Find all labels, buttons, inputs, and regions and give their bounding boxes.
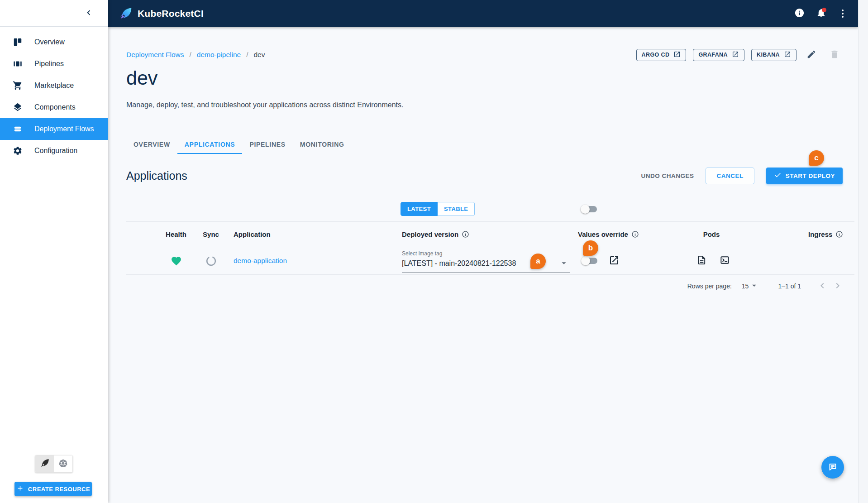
sidebar-item-label: Pipelines: [34, 60, 64, 68]
start-deploy-label: START DEPLOY: [786, 172, 835, 179]
deployment-flows-icon: [12, 124, 23, 134]
feather-icon: [40, 459, 49, 469]
main-content: Deployment Flows / demo-pipeline / dev A…: [108, 27, 858, 503]
chat-assistant-button[interactable]: [821, 456, 844, 479]
tab-applications[interactable]: APPLICATIONS: [177, 135, 243, 154]
sidebar-item-label: Deployment Flows: [34, 125, 94, 133]
breadcrumb-demo-pipeline[interactable]: demo-pipeline: [197, 51, 241, 59]
pod-logs-button[interactable]: [693, 253, 710, 269]
create-resource-button[interactable]: CREATE RESOURCE: [14, 482, 92, 496]
view-toggle-group: [35, 455, 73, 473]
stable-filter-button[interactable]: STABLE: [438, 202, 475, 216]
open-in-new-icon: [732, 51, 739, 59]
kubernetes-icon: [58, 459, 68, 469]
tabs: OVERVIEW APPLICATIONS PIPELINES MONITORI…: [126, 135, 352, 154]
image-tag-select-label: Select image tag: [402, 250, 570, 256]
app-root: KubeRocketCI: [0, 0, 868, 503]
open-values-override-button[interactable]: [606, 253, 622, 269]
undo-changes-button[interactable]: UNDO CHANGES: [641, 172, 694, 179]
start-deploy-button[interactable]: START DEPLOY: [766, 168, 843, 184]
rows-per-page-select[interactable]: 15: [742, 281, 759, 292]
sidebar-item-pipelines[interactable]: Pipelines: [0, 53, 108, 75]
argocd-button[interactable]: ARGO CD: [636, 49, 687, 61]
switch-thumb: [581, 205, 590, 214]
pagination-range: 1–1 of 1: [778, 283, 801, 290]
document-icon: [696, 255, 707, 267]
brand-title: KubeRocketCI: [138, 8, 204, 19]
kibana-button[interactable]: KIBANA: [751, 49, 796, 61]
kebab-menu-button[interactable]: [834, 5, 852, 23]
tab-monitoring[interactable]: MONITORING: [293, 135, 352, 154]
deploy-actions: UNDO CHANGES CANCEL START DEPLOY: [641, 168, 843, 184]
open-in-new-icon: [609, 255, 620, 267]
sidebar-item-overview[interactable]: Overview: [0, 31, 108, 53]
sidebar-nav: Overview Pipelines Marketplace Component…: [0, 27, 108, 162]
next-page-button[interactable]: [830, 278, 845, 294]
chevron-right-icon: [832, 280, 843, 292]
notification-badge: [822, 8, 826, 12]
pencil-icon: [806, 49, 816, 61]
health-status-icon: [171, 247, 182, 274]
sidebar-item-label: Overview: [34, 38, 65, 46]
sidebar-item-components[interactable]: Components: [0, 96, 108, 118]
marketplace-icon: [12, 80, 23, 91]
cancel-button[interactable]: CANCEL: [706, 168, 754, 184]
kibana-label: KIBANA: [757, 52, 780, 58]
grafana-button[interactable]: GRAFANA: [693, 49, 744, 61]
collapse-sidebar-button[interactable]: [81, 5, 96, 21]
quick-links: ARGO CD GRAFANA KIBANA: [636, 47, 843, 63]
application-link[interactable]: demo-application: [234, 257, 287, 265]
rows-per-page-value: 15: [742, 283, 749, 290]
sidebar-item-marketplace[interactable]: Marketplace: [0, 75, 108, 96]
sidebar-item-deployment-flows[interactable]: Deployment Flows: [0, 118, 108, 140]
master-values-override-switch[interactable]: [581, 205, 598, 214]
top-app-bar: KubeRocketCI: [108, 0, 858, 27]
tab-overview[interactable]: OVERVIEW: [126, 135, 177, 154]
tab-pipelines[interactable]: PIPELINES: [242, 135, 292, 154]
info-icon: [794, 8, 805, 19]
pipelines-icon: [12, 58, 23, 69]
kuberocketci-view-button[interactable]: [35, 455, 54, 472]
annotation-marker-a[interactable]: a: [530, 254, 546, 269]
sidebar-item-label: Configuration: [34, 147, 77, 155]
plus-icon: [16, 484, 24, 493]
values-override-switch[interactable]: [581, 256, 598, 265]
page-title: dev: [126, 67, 157, 89]
sidebar-item-configuration[interactable]: Configuration: [0, 140, 108, 162]
edit-environment-button[interactable]: [803, 47, 820, 63]
sidebar-item-label: Marketplace: [34, 81, 74, 90]
applications-table-header: Health Sync Application Deployed version…: [126, 221, 854, 247]
kubernetes-view-button[interactable]: [54, 455, 72, 472]
application-cell: demo-application: [234, 247, 287, 274]
header-deployed-version: Deployed version: [402, 222, 469, 247]
annotation-marker-c[interactable]: c: [809, 150, 824, 166]
open-in-new-icon: [673, 51, 681, 59]
topbar-actions: [790, 5, 852, 23]
latest-filter-button[interactable]: LATEST: [401, 202, 438, 216]
pod-terminal-button[interactable]: [716, 253, 733, 269]
delete-environment-button[interactable]: [826, 47, 843, 63]
open-in-new-icon: [784, 51, 791, 59]
sidebar: Overview Pipelines Marketplace Component…: [0, 0, 108, 503]
info-button[interactable]: [790, 5, 808, 23]
header-ingress: Ingress: [808, 222, 843, 247]
table-row: demo-application Select image tag [LATES…: [126, 247, 854, 275]
notifications-button[interactable]: [812, 5, 830, 23]
chevron-left-icon: [84, 8, 94, 19]
breadcrumb-deployment-flows[interactable]: Deployment Flows: [126, 51, 184, 59]
scrollbar-track[interactable]: [858, 0, 868, 503]
sidebar-header: [0, 0, 108, 27]
annotation-marker-b[interactable]: b: [583, 240, 598, 256]
info-icon[interactable]: [631, 230, 639, 238]
breadcrumb-current: dev: [254, 51, 265, 59]
kuberocketci-logo-icon: [119, 7, 133, 20]
info-icon[interactable]: [835, 230, 843, 238]
overview-icon: [12, 37, 23, 48]
grafana-label: GRAFANA: [698, 52, 728, 58]
kebab-icon: [842, 10, 844, 18]
sidebar-item-label: Components: [34, 103, 76, 111]
rows-per-page-label: Rows per page:: [687, 283, 732, 290]
pagination: Rows per page: 15 1–1 of 1: [687, 277, 845, 295]
previous-page-button[interactable]: [815, 278, 830, 294]
info-icon[interactable]: [462, 230, 469, 238]
